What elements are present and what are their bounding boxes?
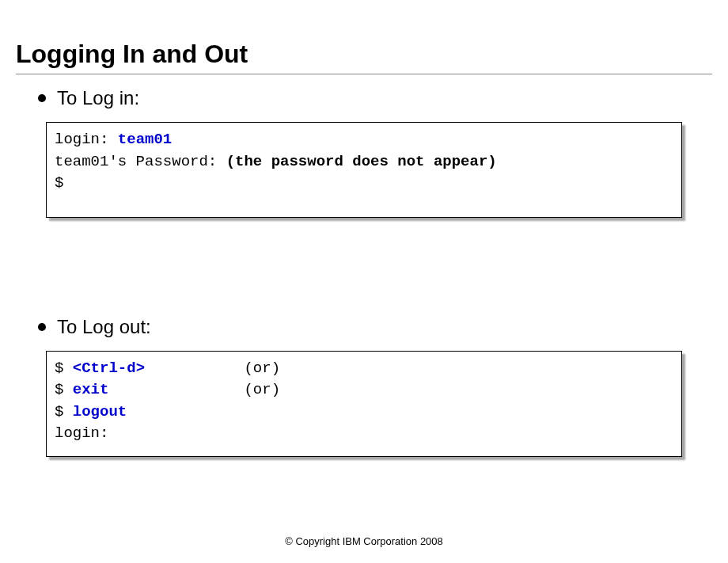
terminal-logout: $ <Ctrl-d> (or) $ exit (or) $ logout log… [46,351,682,457]
bullet-logout: To Log out: [38,316,712,338]
logout-or-1: (or) [145,359,280,377]
login-prompt: login: [55,131,118,148]
bullet-logout-text: To Log out: [57,316,151,338]
login-prompt-after: login: [55,424,108,442]
bullet-dot-icon [38,94,46,102]
shell-prompt-2: $ [55,381,73,398]
bullet-login-text: To Log in: [57,87,139,109]
title-underline [16,74,712,74]
login-username: team01 [118,131,172,148]
logout-cmd-ctrld: <Ctrl-d> [73,359,145,377]
slide-title: Logging In and Out [16,16,712,69]
logout-or-2: (or) [108,381,280,398]
bullet-login: To Log in: [38,87,712,109]
logout-cmd-exit: exit [73,381,109,398]
copyright-footer: © Copyright IBM Corporation 2008 [0,535,728,547]
password-prompt: team01's Password: [55,153,226,170]
shell-prompt: $ [55,174,63,192]
terminal-login: login: team01 team01's Password: (the pa… [46,122,682,218]
bullet-dot-icon [38,323,46,331]
shell-prompt-3: $ [55,403,73,420]
logout-cmd-logout: logout [73,403,127,420]
password-note: (the password does not appear) [226,153,497,170]
shell-prompt-1: $ [55,359,73,377]
